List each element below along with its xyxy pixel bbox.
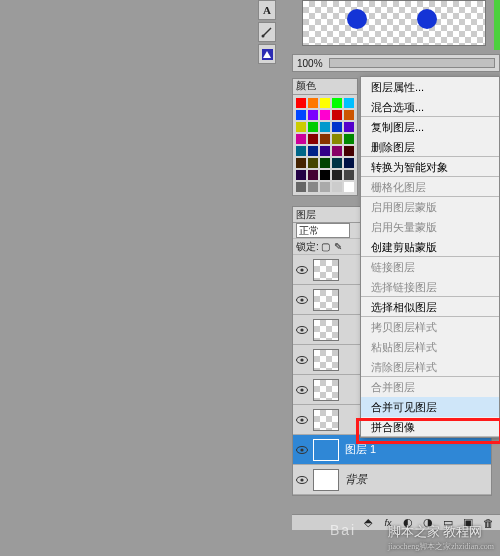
color-swatch[interactable] [344,182,354,192]
svg-point-8 [300,328,303,331]
tool-button-3[interactable] [258,44,276,64]
layer-thumbnail[interactable] [313,439,339,461]
color-swatch[interactable] [296,134,306,144]
color-swatch[interactable] [332,146,342,156]
layer-thumbnail[interactable] [313,289,339,311]
color-swatch[interactable] [332,134,342,144]
color-swatch[interactable] [320,170,330,180]
color-swatch[interactable] [308,170,318,180]
blend-mode-select[interactable]: 正常 [296,223,350,238]
watermark-line2: jiaocheng脚本之家zhzidian.com [388,541,494,552]
layer-item[interactable]: 图层 1 [293,435,491,465]
color-swatch[interactable] [308,122,318,132]
visibility-eye-icon[interactable] [295,473,309,487]
lock-transparent-icon[interactable]: ▢ [321,241,330,252]
color-swatch[interactable] [296,98,306,108]
canvas-content [302,0,486,46]
svg-point-14 [300,418,303,421]
layer-thumbnail[interactable] [313,259,339,281]
context-menu-item[interactable]: 复制图层... [361,117,499,137]
blue-circle-shape [417,9,437,29]
color-swatch[interactable] [308,134,318,144]
color-swatch[interactable] [308,146,318,156]
color-swatch[interactable] [296,146,306,156]
swatches-tab[interactable]: 颜色 [293,79,357,95]
context-menu-item: 启用图层蒙版 [361,197,499,217]
context-menu-item[interactable]: 创建剪贴蒙版 [361,237,499,257]
status-bar: 100% [292,54,500,72]
color-swatch[interactable] [320,122,330,132]
color-swatch[interactable] [344,146,354,156]
color-swatch[interactable] [332,158,342,168]
color-swatch[interactable] [344,98,354,108]
context-menu-item[interactable]: 合并可见图层 [361,397,499,417]
text-tool-label: A [263,4,271,16]
color-swatch[interactable] [344,122,354,132]
context-menu-item[interactable]: 拼合图像 [361,417,499,437]
color-swatch[interactable] [308,182,318,192]
color-swatch[interactable] [344,170,354,180]
color-swatch[interactable] [344,134,354,144]
context-menu-item[interactable]: 转换为智能对象 [361,157,499,177]
visibility-eye-icon[interactable] [295,443,309,457]
context-menu-item: 启用矢量蒙版 [361,217,499,237]
watermark-site: 脚本之家 教程网 jiaocheng脚本之家zhzidian.com [388,523,494,552]
layer-thumbnail[interactable] [313,319,339,341]
color-swatch[interactable] [320,182,330,192]
document-canvas[interactable] [292,0,500,54]
layer-name[interactable]: 图层 1 [345,442,376,457]
layer-thumbnail[interactable] [313,379,339,401]
visibility-eye-icon[interactable] [295,413,309,427]
zoom-level[interactable]: 100% [297,58,323,69]
context-menu-item[interactable]: 图层属性... [361,77,499,97]
color-swatch[interactable] [332,182,342,192]
color-swatch[interactable] [344,110,354,120]
visibility-eye-icon[interactable] [295,263,309,277]
visibility-eye-icon[interactable] [295,293,309,307]
color-swatch[interactable] [320,146,330,156]
context-menu-item: 链接图层 [361,257,499,277]
color-swatch[interactable] [296,122,306,132]
context-menu-item: 选择链接图层 [361,277,499,297]
horizontal-scrollbar[interactable] [329,58,495,68]
visibility-eye-icon[interactable] [295,353,309,367]
layers-tab[interactable]: 图层 [296,208,316,222]
color-swatch[interactable] [332,110,342,120]
visibility-eye-icon[interactable] [295,383,309,397]
color-swatch[interactable] [320,98,330,108]
color-swatch[interactable] [308,110,318,120]
lock-brush-icon[interactable]: ✎ [334,241,342,252]
color-swatch[interactable] [308,98,318,108]
color-swatch[interactable] [332,170,342,180]
color-swatch[interactable] [320,134,330,144]
color-swatch[interactable] [320,110,330,120]
color-swatch[interactable] [308,158,318,168]
color-swatch[interactable] [296,158,306,168]
color-swatch[interactable] [296,110,306,120]
tool-button-2[interactable] [258,22,276,42]
color-swatch[interactable] [320,158,330,168]
layer-name[interactable]: 背景 [345,472,367,487]
color-swatch[interactable] [332,122,342,132]
layer-item[interactable]: 背景 [293,465,491,495]
layer-thumbnail[interactable] [313,469,339,491]
color-swatch[interactable] [296,170,306,180]
text-tool-button[interactable]: A [258,0,276,20]
visibility-eye-icon[interactable] [295,323,309,337]
context-menu-item: 栅格化图层 [361,177,499,197]
color-swatch[interactable] [296,182,306,192]
layer-thumbnail[interactable] [313,349,339,371]
context-menu-item[interactable]: 选择相似图层 [361,297,499,317]
link-layers-icon[interactable]: ⬘ [362,517,374,529]
svg-point-18 [300,478,303,481]
watermark-baidu: Bai [330,522,356,542]
blue-circle-shape [347,9,367,29]
context-menu-item[interactable]: 混合选项... [361,97,499,117]
context-menu-item: 清除图层样式 [361,357,499,377]
swatch-grid [293,95,357,195]
svg-point-16 [300,448,303,451]
color-swatch[interactable] [344,158,354,168]
color-swatch[interactable] [332,98,342,108]
context-menu-item[interactable]: 删除图层 [361,137,499,157]
layer-thumbnail[interactable] [313,409,339,431]
